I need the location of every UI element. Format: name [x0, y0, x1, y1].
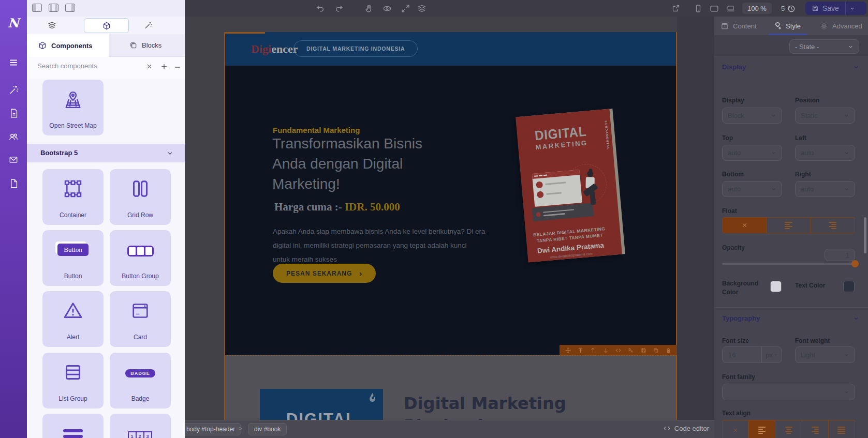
file-icon[interactable]: [0, 178, 27, 189]
text-align-left-button[interactable]: [748, 420, 775, 438]
font-weight-select[interactable]: Light: [795, 346, 855, 363]
text-color-swatch[interactable]: [843, 281, 855, 292]
position-select[interactable]: Static: [795, 108, 855, 124]
right-select[interactable]: auto: [795, 181, 855, 197]
mobile-view-icon[interactable]: [694, 4, 702, 13]
desktop-view-icon[interactable]: [726, 4, 735, 13]
component-grid-row[interactable]: Grid Row: [110, 169, 171, 225]
component-partial-pagination[interactable]: 1 2 3: [110, 414, 171, 438]
history-count-value: 5: [781, 5, 785, 12]
float-left-button[interactable]: [766, 218, 810, 233]
magic-tab-icon[interactable]: [144, 21, 152, 29]
component-button[interactable]: Button Button: [42, 230, 104, 286]
hero-section-block[interactable]: Fundamental Marketing Transformasikan Bi…: [224, 66, 677, 358]
delete-icon[interactable]: [666, 348, 671, 353]
add-component-icon[interactable]: [160, 63, 168, 70]
font-family-label: Font family: [722, 373, 755, 381]
opacity-slider[interactable]: [722, 263, 855, 265]
hero-cta-button[interactable]: PESAN SEKARANG ›: [273, 264, 376, 283]
top-select[interactable]: auto: [722, 145, 782, 161]
undo-icon[interactable]: [316, 4, 325, 13]
layers-tab-icon[interactable]: [48, 21, 56, 29]
layout-left-panel-icon[interactable]: [32, 4, 42, 12]
zoom-level-badge[interactable]: 100 %: [742, 3, 772, 14]
display-select[interactable]: Block: [722, 108, 782, 124]
document-icon[interactable]: [0, 108, 27, 118]
preview-eye-icon[interactable]: [382, 4, 392, 13]
export-icon[interactable]: [672, 4, 680, 12]
display-section-header[interactable]: Display: [714, 56, 868, 78]
text-align-right-button[interactable]: [802, 420, 828, 438]
opacity-slider-thumb[interactable]: [851, 260, 859, 267]
app-logo[interactable]: N: [0, 16, 27, 31]
design-canvas[interactable]: Digiencer DIGITAL MARKETING INDONESIA Fu…: [224, 32, 677, 438]
float-right-button[interactable]: [811, 218, 855, 233]
layout-both-panels-icon[interactable]: [49, 4, 58, 12]
breadcrumb-top-header[interactable]: body #top-header: [185, 423, 241, 435]
text-align-center-button[interactable]: [775, 420, 801, 438]
background-color-swatch[interactable]: [770, 281, 782, 292]
translate-icon[interactable]: [628, 348, 634, 353]
tab-blocks[interactable]: Blocks: [109, 34, 185, 57]
mail-icon[interactable]: [0, 155, 27, 164]
component-card[interactable]: Card: [110, 291, 171, 347]
remove-component-icon[interactable]: [174, 64, 181, 71]
component-list-group[interactable]: List Group: [42, 353, 104, 409]
style-panel-tabbar: Content Style Advanced: [714, 17, 868, 35]
history-count[interactable]: 5: [781, 4, 796, 13]
search-input[interactable]: [36, 62, 137, 70]
component-container[interactable]: Container: [42, 169, 104, 225]
pan-hand-icon[interactable]: [364, 4, 373, 13]
typography-section-header[interactable]: Typography: [714, 307, 868, 329]
layout-right-panel-icon[interactable]: [65, 4, 75, 12]
save-dropdown-chevron-icon[interactable]: [846, 2, 859, 15]
text-align-none-button[interactable]: [723, 420, 748, 438]
font-size-unit-select[interactable]: px: [761, 347, 782, 363]
magic-wand-icon[interactable]: [0, 85, 27, 95]
component-button-group[interactable]: Button Group: [110, 230, 171, 286]
move-icon[interactable]: [565, 348, 571, 353]
section-bootstrap5[interactable]: Bootstrap 5: [27, 144, 185, 162]
move-down-icon[interactable]: [603, 348, 609, 353]
users-icon[interactable]: [0, 132, 27, 142]
clear-search-icon[interactable]: [146, 63, 153, 70]
code-icon[interactable]: [615, 348, 621, 353]
layers-icon[interactable]: [417, 4, 426, 13]
float-none-button[interactable]: [723, 218, 766, 233]
tab-style[interactable]: Style: [773, 17, 801, 35]
selection-toolbar[interactable]: [560, 345, 677, 355]
fullscreen-icon[interactable]: [401, 4, 410, 13]
tab-components[interactable]: Components: [27, 34, 109, 57]
component-open-street-map[interactable]: Open Street Map: [42, 80, 104, 135]
state-selector[interactable]: - State -: [789, 39, 859, 54]
menu-icon[interactable]: [0, 58, 27, 67]
panel-scrollbar[interactable]: [864, 217, 866, 253]
component-partial-left[interactable]: [42, 414, 104, 438]
breadcrumb-div-book[interactable]: div #book: [248, 423, 287, 435]
tablet-view-icon[interactable]: [710, 4, 719, 13]
left-select[interactable]: auto: [795, 145, 855, 161]
text-align-justify-button[interactable]: [828, 420, 855, 438]
duplicate-icon[interactable]: [653, 348, 659, 353]
code-editor-button[interactable]: Code editor: [663, 425, 709, 432]
save-button[interactable]: Save: [805, 2, 866, 15]
bottom-select[interactable]: auto: [722, 181, 782, 197]
font-family-select[interactable]: [722, 384, 855, 400]
component-badge[interactable]: BADGE Badge: [110, 353, 171, 409]
save-block-icon[interactable]: [641, 348, 646, 353]
tab-advanced[interactable]: Advanced: [820, 17, 862, 35]
components-tab-icon-active[interactable]: [84, 18, 129, 33]
redo-icon[interactable]: [335, 4, 344, 13]
font-size-input[interactable]: 16 px: [722, 346, 782, 363]
tab-content[interactable]: Content: [720, 17, 757, 35]
opacity-input[interactable]: 1: [825, 249, 855, 261]
site-header-badge: DIGITAL MARKETING INDONESIA: [293, 40, 418, 57]
alert-icon: [42, 300, 104, 321]
move-up-icon[interactable]: [590, 348, 596, 353]
move-to-top-icon[interactable]: [578, 348, 583, 353]
site-header-block[interactable]: Digiencer DIGITAL MARKETING INDONESIA: [224, 32, 677, 66]
component-alert[interactable]: Alert: [42, 291, 104, 347]
text-color-label: Text Color: [795, 282, 825, 289]
tab-advanced-label: Advanced: [832, 22, 862, 30]
component-label: Container: [42, 212, 104, 219]
